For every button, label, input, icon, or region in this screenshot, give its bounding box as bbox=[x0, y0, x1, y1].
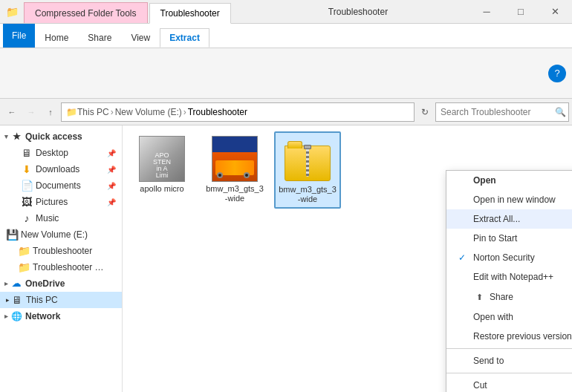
ribbon-tab-share[interactable]: Share bbox=[78, 28, 121, 48]
quick-access-icon: ★ bbox=[10, 131, 22, 143]
file-item-bmw1[interactable]: bmw_m3_gts_3-wide bbox=[201, 131, 268, 209]
sidebar-item-music[interactable]: ♪ Music bbox=[15, 210, 122, 226]
app-icon: 📁 bbox=[6, 6, 19, 18]
cm-separator-1 bbox=[446, 348, 572, 349]
cm-label-cut: Cut bbox=[473, 380, 487, 391]
this-pc-icon: 🖥 bbox=[11, 294, 23, 306]
ribbon-tabs: File Home Share View Extract bbox=[0, 24, 572, 48]
window-title: Troubleshooter bbox=[247, 0, 469, 23]
breadcrumb-new-volume: New Volume (E:) bbox=[115, 107, 182, 117]
sidebar-item-desktop[interactable]: 🖥 Desktop 📌 bbox=[15, 145, 122, 161]
file-area[interactable]: APOSTENin ALimi apollo micro bmw_m3_gt bbox=[123, 125, 572, 392]
sidebar-item-troubleshooter-2[interactable]: 📁 Troubleshooter Wor bbox=[0, 259, 122, 275]
search-box[interactable]: 🔍 bbox=[435, 102, 569, 122]
file-icon-bmw1 bbox=[211, 135, 259, 183]
forward-button[interactable]: → bbox=[22, 103, 40, 121]
cm-item-edit-notepad[interactable]: Edit with Notepad++ bbox=[446, 267, 572, 287]
context-menu: Open Open in new window Extract All... P… bbox=[446, 170, 572, 392]
cm-item-extract-all[interactable]: Extract All... bbox=[446, 209, 572, 229]
sidebar-item-documents[interactable]: 📄 Documents 📌 bbox=[15, 177, 122, 194]
cm-label-extract-all: Extract All... bbox=[473, 214, 520, 224]
file-icon-bmw2-zip bbox=[284, 136, 331, 183]
up-button[interactable]: ↑ bbox=[42, 103, 59, 121]
sidebar-label-desktop: Desktop bbox=[36, 148, 68, 158]
sidebar-quick-access-items: 🖥 Desktop 📌 ⬇ Downloads 📌 📄 Documents 📌 … bbox=[0, 145, 122, 226]
desktop-icon: 🖥 bbox=[21, 147, 33, 159]
drive-icon: 💾 bbox=[6, 229, 18, 241]
sidebar-label-downloads: Downloads bbox=[36, 164, 79, 174]
ribbon-tab-file[interactable]: File bbox=[3, 24, 35, 48]
close-button[interactable]: ✕ bbox=[538, 0, 572, 24]
ribbon-tab-view[interactable]: View bbox=[121, 28, 160, 48]
titlebar-tabs: Compressed Folder Tools Troubleshooter bbox=[24, 0, 247, 23]
tab-compressed-folder-tools[interactable]: Compressed Folder Tools bbox=[24, 2, 148, 23]
ribbon-tab-extract[interactable]: Extract bbox=[160, 28, 209, 48]
file-item-apollo[interactable]: APOSTENin ALimi apollo micro bbox=[129, 131, 195, 209]
share-icon: ⬆ bbox=[473, 291, 485, 303]
tab-troubleshooter[interactable]: Troubleshooter bbox=[149, 3, 231, 24]
thumbnail-bmw1 bbox=[212, 136, 258, 182]
refresh-button[interactable]: ↻ bbox=[416, 103, 434, 121]
cm-item-restore-versions[interactable]: Restore previous versions bbox=[446, 327, 572, 346]
music-icon: ♪ bbox=[21, 212, 33, 224]
cm-item-norton[interactable]: ✓ Norton Security › bbox=[446, 248, 572, 267]
sidebar-section-quick-access[interactable]: ▾ ★ Quick access bbox=[0, 128, 122, 145]
file-icon-apollo: APOSTENin ALimi bbox=[138, 135, 186, 183]
cm-label-open: Open bbox=[473, 175, 496, 186]
cm-separator-2 bbox=[446, 373, 572, 373]
file-label-apollo: apollo micro bbox=[140, 184, 183, 194]
cm-item-open-new-window[interactable]: Open in new window bbox=[446, 190, 572, 209]
titlebar-controls: ─ □ ✕ bbox=[469, 0, 572, 23]
sidebar-item-this-pc[interactable]: ▸ 🖥 This PC bbox=[0, 292, 122, 308]
documents-icon: 📄 bbox=[21, 180, 33, 192]
pictures-icon: 🖼 bbox=[21, 196, 33, 208]
onedrive-icon: ☁ bbox=[10, 278, 22, 290]
search-icon: 🔍 bbox=[555, 107, 566, 117]
sidebar-item-troubleshooter-1[interactable]: 📁 Troubleshooter bbox=[0, 243, 122, 259]
file-label-bmw1: bmw_m3_gts_3-wide bbox=[205, 184, 264, 203]
sidebar-label-troubleshooter-2: Troubleshooter Wor bbox=[33, 262, 107, 272]
breadcrumb-folder-icon: 📁 bbox=[66, 107, 77, 117]
sidebar-item-new-volume[interactable]: 💾 New Volume (E:) bbox=[0, 226, 122, 243]
pin-icon-downloads: 📌 bbox=[107, 166, 116, 174]
cm-item-cut[interactable]: Cut bbox=[446, 376, 572, 392]
cm-label-edit-notepad: Edit with Notepad++ bbox=[473, 272, 553, 282]
cm-item-pin-to-start[interactable]: Pin to Start bbox=[446, 229, 572, 248]
sidebar-item-downloads[interactable]: ⬇ Downloads 📌 bbox=[15, 161, 122, 177]
sidebar-item-network[interactable]: ▸ 🌐 Network bbox=[0, 308, 122, 324]
sidebar-item-onedrive[interactable]: ▸ ☁ OneDrive bbox=[0, 275, 122, 292]
network-icon: 🌐 bbox=[10, 310, 22, 322]
main-area: ▾ ★ Quick access 🖥 Desktop 📌 ⬇ Downloads… bbox=[0, 125, 572, 392]
maximize-button[interactable]: □ bbox=[504, 0, 538, 24]
thumbnail-apollo: APOSTENin ALimi bbox=[139, 136, 185, 182]
ribbon: File Home Share View Extract ? bbox=[0, 24, 572, 99]
breadcrumb-current: Troubleshooter bbox=[188, 107, 247, 117]
sidebar-label-pictures: Pictures bbox=[36, 197, 68, 207]
cm-label-open-new-window: Open in new window bbox=[473, 195, 556, 205]
breadcrumb-root: This PC bbox=[77, 107, 109, 117]
expand-icon-network: ▸ bbox=[4, 313, 8, 320]
cm-item-send-to[interactable]: Send to › bbox=[446, 351, 572, 370]
sidebar-label-new-volume: New Volume (E:) bbox=[21, 229, 88, 240]
minimize-button[interactable]: ─ bbox=[469, 0, 504, 24]
file-item-bmw2-zip[interactable]: bmw_m3_gts_3-wide bbox=[274, 131, 341, 209]
help-icon[interactable]: ? bbox=[554, 68, 559, 79]
cm-label-send-to: Send to bbox=[473, 356, 504, 366]
folder-icon-2: 📁 bbox=[18, 261, 30, 273]
ribbon-content: ? bbox=[0, 48, 572, 98]
expand-icon: ▾ bbox=[4, 133, 8, 140]
sidebar-item-pictures[interactable]: 🖼 Pictures 📌 bbox=[15, 194, 122, 210]
sidebar-label-network: Network bbox=[25, 311, 60, 321]
cm-label-share: Share bbox=[490, 292, 513, 302]
cm-item-share[interactable]: ⬆ Share bbox=[446, 287, 572, 307]
search-input[interactable] bbox=[441, 107, 552, 117]
back-button[interactable]: ← bbox=[3, 103, 21, 121]
cm-item-open[interactable]: Open bbox=[446, 171, 572, 190]
breadcrumb-arrow-2: › bbox=[183, 107, 186, 117]
ribbon-tab-home[interactable]: Home bbox=[35, 28, 78, 48]
address-bar[interactable]: 📁 This PC › New Volume (E:) › Troublesho… bbox=[61, 102, 415, 122]
pin-icon-pictures: 📌 bbox=[107, 198, 116, 206]
cm-item-open-with[interactable]: Open with › bbox=[446, 307, 572, 327]
file-label-bmw2: bmw_m3_gts_3-wide bbox=[279, 185, 337, 204]
sidebar-label-documents: Documents bbox=[36, 180, 81, 191]
